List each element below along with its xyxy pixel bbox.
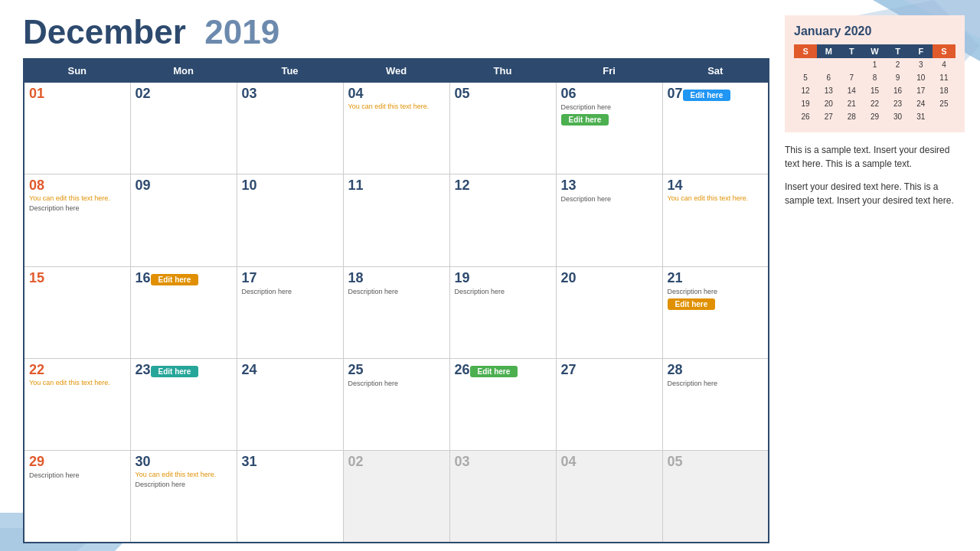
mini-cal-cell: 14	[840, 84, 863, 97]
mini-cal-cell: 7	[840, 71, 863, 84]
mini-cal-header: S	[933, 44, 956, 58]
day-description: Description here	[29, 204, 126, 212]
mini-cal-cell: 15	[863, 84, 886, 97]
mini-cal-cell: 11	[933, 71, 956, 84]
mini-cal-cell: 16	[887, 84, 910, 97]
right-section: January 2020 SMTWTFS 1234567891011121314…	[785, 15, 965, 543]
mini-cal-cell: 3	[910, 58, 933, 71]
mini-cal-cell: 27	[817, 110, 840, 123]
event-button[interactable]: Edit here	[683, 90, 731, 101]
mini-cal-header: T	[887, 44, 910, 58]
day-number: 06	[561, 86, 577, 101]
cal-cell-05: 05	[449, 83, 556, 174]
cal-cell-24: 24	[237, 358, 343, 450]
cal-cell-17: 17Description here	[237, 266, 343, 358]
mini-cal-cell: 8	[863, 71, 886, 84]
mini-cal-cell: 31	[910, 110, 933, 123]
day-edit-text: You can edit this text here.	[29, 194, 126, 203]
day-edit-text: You can edit this text here.	[29, 379, 126, 387]
day-number: 04	[348, 86, 364, 101]
day-number: 09	[136, 178, 151, 193]
cal-cell-21: 21Description hereEdit here	[662, 266, 769, 358]
day-number: 22	[29, 362, 44, 377]
mini-cal-cell: 4	[933, 58, 956, 71]
cal-header-sun: Sun	[24, 59, 130, 83]
month-title: December 2019	[23, 15, 769, 49]
day-number: 31	[242, 454, 257, 469]
day-number: 27	[561, 362, 577, 377]
day-number: 02	[348, 454, 364, 469]
mini-cal-header: M	[817, 44, 840, 58]
mini-cal-cell	[794, 58, 817, 71]
cal-cell-31: 31	[237, 451, 343, 543]
left-section: December 2019 SunMonTueWedThuFriSat 0102…	[23, 15, 769, 543]
mini-cal-cell: 20	[817, 97, 840, 110]
day-description: Description here	[561, 103, 658, 111]
event-button[interactable]: Edit here	[561, 114, 609, 126]
mini-cal-cell	[933, 110, 956, 123]
day-edit-text: You can edit this text here.	[348, 103, 445, 111]
month-name: December	[23, 13, 186, 51]
sidebar-text-1: This is a sample text. Insert your desir…	[785, 143, 965, 171]
cal-cell-16: 16Edit here	[130, 266, 237, 358]
cal-cell-12: 12	[449, 174, 556, 266]
mini-calendar-container: January 2020 SMTWTFS 1234567891011121314…	[785, 15, 965, 132]
mini-cal-cell: 28	[840, 110, 863, 123]
calendar-grid: SunMonTueWedThuFriSat 01020304You can ed…	[23, 58, 769, 543]
cal-cell-26: 26Edit here	[449, 358, 556, 450]
cal-cell-19: 19Description here	[449, 266, 556, 358]
mini-cal-header: T	[840, 44, 863, 58]
mini-cal-cell: 12	[794, 84, 817, 97]
mini-cal-cell: 22	[863, 97, 886, 110]
event-button[interactable]: Edit here	[151, 366, 199, 377]
mini-cal-cell: 26	[794, 110, 817, 123]
cal-cell-03: 03	[237, 83, 343, 174]
cal-cell-11: 11	[343, 174, 449, 266]
mini-cal-cell: 17	[910, 84, 933, 97]
day-number: 14	[668, 178, 683, 193]
day-number: 11	[348, 178, 364, 193]
mini-cal-cell: 13	[817, 84, 840, 97]
day-description: Description here	[668, 288, 764, 295]
mini-cal-header: S	[794, 44, 817, 58]
mini-cal-cell: 21	[840, 97, 863, 110]
mini-cal-cell: 10	[910, 71, 933, 84]
mini-cal-cell	[817, 58, 840, 71]
day-number: 26	[455, 362, 470, 377]
cal-cell-22: 22You can edit this text here.	[24, 358, 130, 450]
cal-cell-28: 28Description here	[662, 358, 769, 450]
day-number: 13	[561, 178, 577, 193]
cal-cell-02: 02	[130, 83, 237, 174]
cal-cell-05: 05	[662, 451, 769, 543]
event-button[interactable]: Edit here	[668, 298, 716, 310]
cal-cell-03: 03	[449, 451, 556, 543]
day-number: 07	[668, 86, 683, 101]
day-edit-text: You can edit this text here.	[136, 471, 232, 479]
day-number: 30	[136, 454, 151, 469]
cal-cell-10: 10	[237, 174, 343, 266]
mini-cal-cell: 2	[887, 58, 910, 71]
sidebar-text-2: Insert your desired text here. This is a…	[785, 180, 965, 207]
cal-cell-27: 27	[556, 358, 662, 450]
day-description: Description here	[29, 471, 126, 479]
cal-cell-02: 02	[343, 451, 449, 543]
day-number: 08	[29, 178, 44, 193]
mini-cal-cell: 23	[887, 97, 910, 110]
day-number: 25	[348, 362, 364, 377]
day-number: 05	[668, 454, 683, 469]
cal-cell-14: 14You can edit this text here.	[662, 174, 769, 266]
cal-cell-15: 15	[24, 266, 130, 358]
day-number: 19	[455, 270, 470, 285]
mini-cal-cell: 1	[863, 58, 886, 71]
cal-cell-04: 04	[556, 451, 662, 543]
day-description: Description here	[348, 380, 445, 387]
mini-cal-cell: 30	[887, 110, 910, 123]
day-number: 10	[242, 178, 257, 193]
mini-calendar-title: January 2020	[794, 24, 956, 38]
cal-cell-13: 13Description here	[556, 174, 662, 266]
event-button[interactable]: Edit here	[470, 366, 518, 377]
mini-cal-cell	[840, 58, 863, 71]
mini-cal-cell: 29	[863, 110, 886, 123]
event-button[interactable]: Edit here	[151, 274, 199, 285]
cal-header-mon: Mon	[130, 59, 237, 83]
